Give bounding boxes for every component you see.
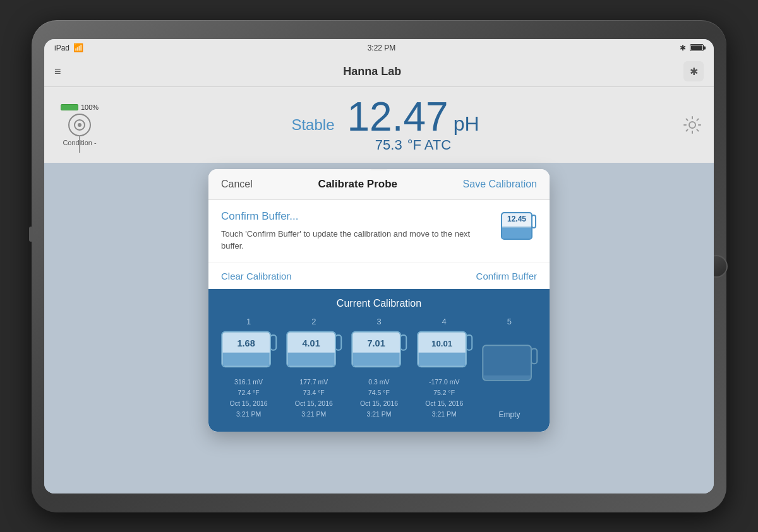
side-button[interactable] (29, 227, 33, 242)
cal-item-3-info: 0.3 mV74.5 °FOct 15, 20163:21 PM (360, 377, 398, 419)
hamburger-menu-button[interactable]: ≡ (54, 65, 61, 78)
cal-item-2-num: 2 (311, 317, 316, 326)
cal-item-5-empty: Empty (498, 410, 520, 419)
confirm-buffer-title: Confirm Buffer... (221, 210, 537, 223)
probe-section: 100% Condition - (54, 103, 105, 146)
bluetooth-nav-icon: ✱ (690, 66, 698, 78)
modal-title: Calibrate Probe (318, 178, 397, 191)
bluetooth-status-icon: ✱ (680, 44, 686, 52)
calibrate-probe-modal: Cancel Calibrate Probe Save Calibration (208, 169, 550, 432)
cal-item-3: 3 7.01 0.3 mV74.5 °FOct 15, 20163:21 PM (349, 317, 409, 420)
reading-area: 100% Condition - Stable 1 (44, 87, 714, 163)
battery-indicator (690, 44, 704, 51)
cal-item-3-num: 3 (376, 317, 381, 326)
modal-actions: Clear Calibration Confirm Buffer (208, 263, 550, 289)
nav-bar: ≡ Hanna Lab ✱ (44, 57, 714, 87)
svg-text:10.01: 10.01 (431, 339, 452, 348)
probe-icon (68, 114, 91, 136)
cal-beaker-5 (479, 330, 539, 401)
cal-item-4: 4 10.01 -177.0 mV75.2 °FOct 15, 20163:21… (414, 317, 474, 420)
cal-item-4-info: -177.0 mV75.2 °FOct 15, 20163:21 PM (425, 377, 463, 419)
probe-battery-pct: 100% (81, 103, 99, 111)
svg-text:7.01: 7.01 (368, 338, 385, 348)
ph-unit: pH (454, 112, 479, 136)
svg-text:1.68: 1.68 (237, 338, 255, 348)
probe-battery-bar (61, 104, 78, 110)
cal-beaker-4: 10.01 (414, 330, 474, 374)
svg-rect-22 (466, 334, 472, 350)
confirm-buffer-button[interactable]: Confirm Buffer (476, 271, 537, 281)
svg-rect-25 (483, 375, 530, 379)
main-content: 100% Condition - Stable 1 (44, 87, 714, 494)
save-calibration-button[interactable]: Save Calibration (463, 179, 537, 190)
svg-rect-26 (531, 348, 537, 364)
cal-item-5-num: 5 (507, 317, 512, 326)
cal-item-1-info: 316.1 mV72.4 °FOct 15, 20163:21 PM (230, 377, 268, 419)
cal-item-2-info: 177.7 mV73.4 °FOct 15, 20163:21 PM (295, 377, 333, 419)
settings-button[interactable] (681, 114, 704, 136)
calibration-section: Current Calibration 1 1.68 (208, 289, 550, 432)
svg-rect-21 (418, 352, 465, 365)
svg-rect-18 (400, 334, 406, 350)
calibration-items: 1 1.68 316.1 mV72.4 °FOct 15, 20163:21 P… (219, 317, 539, 420)
ipad-screen: iPad 📶 3:22 PM ✱ ≡ Hanna Lab ✱ (44, 39, 714, 494)
svg-rect-14 (335, 334, 341, 350)
calibration-title: Current Calibration (219, 298, 539, 309)
cal-item-2: 2 4.01 177.7 mV73.4 °FOct 15, 20163:21 P… (284, 317, 344, 420)
svg-rect-10 (270, 334, 276, 350)
svg-rect-17 (353, 352, 400, 365)
battery-body (690, 44, 704, 51)
ph-reading-display: 12.47 pH (347, 97, 479, 137)
svg-rect-5 (502, 228, 531, 239)
readings-section: Stable 12.47 pH 75.3 °F ATC (105, 97, 704, 153)
cal-item-5: 5 Empty (479, 317, 539, 420)
status-bar-time: 3:22 PM (368, 44, 396, 52)
modal-body: 12.45 Confirm Buffer... Touch 'Confirm B… (208, 200, 550, 263)
clear-calibration-button[interactable]: Clear Calibration (221, 271, 292, 281)
svg-rect-24 (483, 345, 531, 381)
cal-item-1-num: 1 (246, 317, 251, 326)
status-bar-left: iPad 📶 (54, 43, 83, 52)
cal-beaker-1: 1.68 (219, 330, 279, 374)
battery-fill (691, 45, 702, 50)
svg-text:12.45: 12.45 (507, 215, 526, 223)
cal-beaker-3: 7.01 (349, 330, 409, 374)
temp-reading-display: 75.3 °F ATC (375, 137, 451, 153)
temp-value: 75.3 (375, 137, 402, 153)
svg-rect-9 (223, 352, 270, 365)
svg-rect-13 (288, 352, 335, 365)
temp-unit: °F ATC (407, 137, 452, 153)
cal-item-1: 1 1.68 316.1 mV72.4 °FOct 15, 20163:21 P… (219, 317, 279, 420)
status-bar: iPad 📶 3:22 PM ✱ (44, 39, 714, 57)
bluetooth-nav-button[interactable]: ✱ (683, 61, 704, 81)
cal-beaker-2: 4.01 (284, 330, 344, 374)
ipad-shell: iPad 📶 3:22 PM ✱ ≡ Hanna Lab ✱ (32, 20, 726, 512)
app-title: Hanna Lab (343, 65, 401, 78)
confirm-buffer-desc: Touch 'Confirm Buffer' to update the cal… (221, 228, 537, 252)
stable-label: Stable (291, 116, 334, 134)
svg-point-1 (78, 123, 81, 127)
cancel-button[interactable]: Cancel (221, 179, 253, 190)
ph-value: 12.47 (347, 97, 448, 137)
cal-item-4-num: 4 (442, 317, 447, 326)
wifi-icon: 📶 (73, 43, 83, 52)
svg-text:4.01: 4.01 (303, 338, 320, 348)
svg-point-2 (689, 122, 695, 128)
modal-header: Cancel Calibrate Probe Save Calibration (208, 169, 550, 200)
ipad-model-label: iPad (54, 44, 69, 52)
probe-battery-status: 100% (61, 103, 99, 111)
buffer-beaker-icon: 12.45 (496, 210, 537, 248)
status-bar-right: ✱ (680, 44, 704, 52)
svg-rect-6 (532, 215, 536, 228)
modal-overlay: Cancel Calibrate Probe Save Calibration (44, 163, 714, 494)
